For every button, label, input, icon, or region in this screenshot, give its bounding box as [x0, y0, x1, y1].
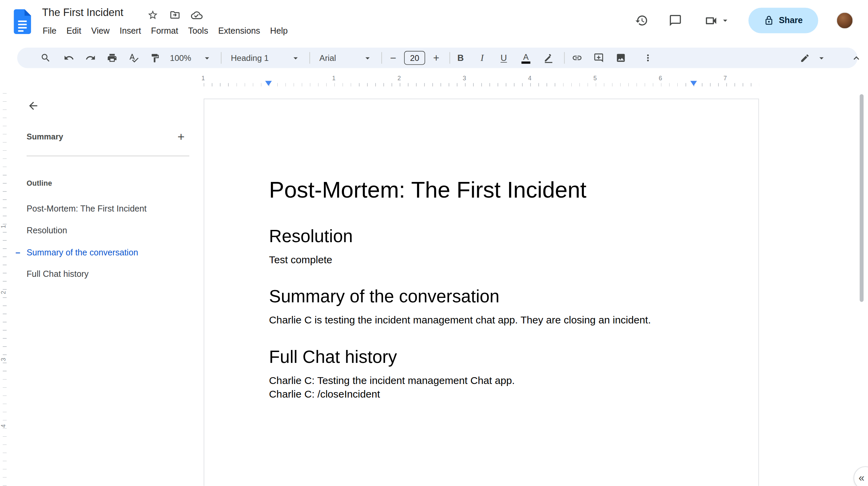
doc-paragraph[interactable]: Charlie C is testing the incident manage…: [269, 313, 709, 327]
spellcheck-icon: [128, 53, 139, 63]
lock-icon: [764, 16, 774, 26]
add-comment-button[interactable]: [590, 50, 607, 66]
caret-down-icon: [291, 53, 300, 63]
videocam-icon: [704, 14, 718, 28]
open-comments-button[interactable]: [666, 12, 684, 29]
decrease-font-size-button[interactable]: −: [385, 50, 401, 66]
hide-menus-button[interactable]: [846, 50, 866, 66]
vertical-scrollbar[interactable]: [860, 94, 864, 302]
italic-button[interactable]: I: [474, 50, 490, 66]
show-side-panel-button[interactable]: «: [854, 466, 868, 486]
docs-logo-icon[interactable]: [13, 9, 32, 34]
ruler-mark: 4: [528, 75, 532, 82]
menu-tools[interactable]: Tools: [183, 23, 213, 39]
move-button[interactable]: [169, 9, 181, 21]
zoom-select[interactable]: 100%: [167, 50, 215, 66]
history-icon: [635, 14, 648, 27]
doc-heading-full-chat[interactable]: Full Chat history: [269, 346, 709, 367]
highlight-color-button[interactable]: [540, 50, 557, 66]
document-title-field[interactable]: The First Incident: [42, 7, 123, 19]
editing-mode-select[interactable]: [797, 50, 830, 66]
doc-paragraph[interactable]: Charlie C: Testing the incident manageme…: [269, 373, 709, 387]
outline-item-label: Resolution: [27, 225, 67, 235]
chevron-up-icon: [851, 52, 862, 64]
outline-item-post-mortem[interactable]: Post-Mortem: The First Incident: [9, 198, 201, 219]
menu-view[interactable]: View: [86, 23, 115, 39]
main-toolbar: 100% Heading 1 Arial − 20 + B I U A: [17, 48, 857, 68]
font-family-select[interactable]: Arial: [315, 50, 377, 66]
font-size-input[interactable]: 20: [404, 51, 425, 65]
chevron-down-icon: [720, 16, 730, 26]
toolbar-divider: [381, 52, 382, 64]
close-outline-button[interactable]: [23, 96, 43, 116]
google-docs-window: The First Incident File Edit View Insert…: [0, 0, 868, 486]
print-icon: [107, 53, 117, 63]
menu-extensions[interactable]: Extensions: [213, 23, 265, 39]
left-indent-marker[interactable]: [265, 81, 272, 86]
doc-heading-resolution[interactable]: Resolution: [269, 225, 709, 247]
horizontal-ruler: 1 1 2 3 4 5 6 7: [204, 74, 759, 89]
spellcheck-button[interactable]: [125, 50, 142, 66]
menu-help[interactable]: Help: [265, 23, 293, 39]
toolbar-divider: [221, 52, 222, 64]
outline-item-summary-active[interactable]: – Summary of the conversation: [9, 241, 201, 263]
caret-down-icon: [202, 53, 212, 63]
undo-icon: [64, 53, 74, 63]
redo-button[interactable]: [82, 50, 99, 66]
share-button[interactable]: Share: [748, 8, 818, 33]
outline-item-label: Post-Mortem: The First Incident: [27, 204, 146, 214]
ruler-ticks: [204, 83, 759, 86]
outline-item-resolution[interactable]: Resolution: [9, 220, 201, 241]
search-icon: [40, 53, 51, 63]
more-toolbar-options-button[interactable]: [639, 50, 656, 66]
undo-button[interactable]: [60, 50, 77, 66]
text-color-icon: A: [521, 52, 530, 64]
ruler-mark: 2: [397, 75, 401, 82]
star-button[interactable]: [147, 9, 159, 21]
document-page[interactable]: Post-Mortem: The First Incident Resoluti…: [204, 99, 759, 486]
join-call-button[interactable]: [699, 12, 735, 29]
current-position-dash-icon: –: [16, 248, 20, 257]
print-button[interactable]: [104, 50, 120, 66]
menu-format[interactable]: Format: [146, 23, 183, 39]
doc-heading-summary[interactable]: Summary of the conversation: [269, 286, 709, 307]
paint-format-button[interactable]: [147, 50, 163, 66]
bold-button[interactable]: B: [452, 50, 469, 66]
highlighter-icon: [544, 53, 554, 63]
add-summary-button[interactable]: +: [173, 129, 189, 145]
caret-down-icon: [363, 53, 372, 63]
underline-button[interactable]: U: [496, 50, 512, 66]
double-chevron-left-icon: «: [858, 472, 864, 484]
menu-insert[interactable]: Insert: [115, 23, 146, 39]
star-icon: [147, 10, 158, 21]
share-label: Share: [779, 16, 803, 26]
account-avatar[interactable]: [836, 12, 853, 29]
search-menus-button[interactable]: [37, 50, 54, 66]
doc-paragraph[interactable]: Test complete: [269, 253, 709, 267]
insert-link-button[interactable]: [569, 50, 585, 66]
font-family-value: Arial: [319, 53, 336, 63]
vertical-ruler: 1 2 3 4: [0, 92, 9, 486]
increase-font-size-button[interactable]: +: [428, 50, 445, 66]
document-status-button[interactable]: [190, 9, 203, 21]
ruler-mark: 1: [202, 75, 205, 82]
comment-plus-icon: [593, 53, 604, 63]
insert-image-button[interactable]: [612, 50, 629, 66]
document-content[interactable]: Post-Mortem: The First Incident Resoluti…: [204, 99, 758, 401]
text-color-button[interactable]: A: [518, 50, 534, 66]
redo-icon: [85, 53, 96, 63]
doc-paragraph[interactable]: Charlie C: /closeIncident: [269, 387, 709, 401]
menu-file[interactable]: File: [38, 23, 62, 39]
right-indent-marker[interactable]: [690, 81, 697, 86]
ruler-mark: 6: [659, 75, 662, 82]
menu-edit[interactable]: Edit: [62, 23, 86, 39]
summary-label: Summary: [27, 132, 63, 141]
outline-item-full-chat[interactable]: Full Chat history: [9, 264, 201, 285]
paragraph-style-select[interactable]: Heading 1: [226, 50, 305, 66]
ruler-mark: 7: [724, 75, 727, 82]
summary-divider: [27, 156, 189, 156]
toolbar-divider: [310, 52, 310, 64]
image-icon: [615, 53, 626, 63]
doc-title-heading[interactable]: Post-Mortem: The First Incident: [269, 177, 709, 203]
version-history-button[interactable]: [633, 12, 650, 29]
